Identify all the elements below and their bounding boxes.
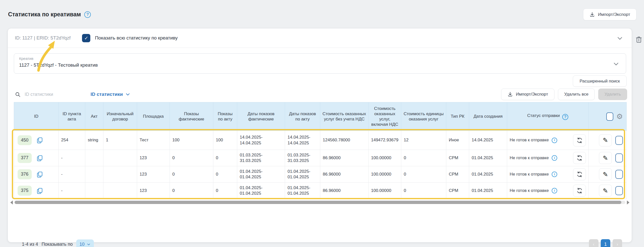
pencil-icon: ✎ bbox=[603, 154, 608, 162]
prev-page-button[interactable]: ‹ bbox=[589, 239, 598, 247]
search-field-dropdown[interactable]: ID статистики bbox=[91, 92, 130, 97]
status-text: Не готов к отправке bbox=[510, 155, 549, 161]
edit-button[interactable]: ✎ bbox=[599, 168, 612, 180]
col-dates-by-act: Даты показов по акту bbox=[285, 102, 320, 131]
row-checkbox[interactable] bbox=[615, 153, 623, 162]
horizontal-scrollbar-thumb[interactable] bbox=[15, 201, 621, 204]
show-all-label: Показать всю статистику по креативу bbox=[95, 35, 178, 41]
per-page-label: Показывать по bbox=[42, 242, 73, 247]
download-icon bbox=[589, 12, 595, 17]
chevron-down-icon bbox=[87, 242, 91, 246]
copy-icon[interactable] bbox=[36, 154, 43, 161]
row-id-badge: 450 bbox=[18, 135, 32, 145]
help-icon[interactable]: ? bbox=[84, 11, 91, 18]
cell-shows-by-act: 100 bbox=[213, 131, 237, 150]
resend-button[interactable] bbox=[573, 152, 586, 164]
cell-actions: ✎ bbox=[589, 166, 627, 183]
info-icon[interactable]: i bbox=[552, 138, 557, 143]
edit-button[interactable]: ✎ bbox=[599, 152, 612, 164]
card-header-row: ID: 1127 | ERID: 5T2dYqzf ✓ Показать всю… bbox=[8, 28, 632, 48]
delete-all-label: Удалить все bbox=[564, 92, 588, 97]
delete-label: Удалить bbox=[605, 92, 621, 97]
status-text: Не готов к отправке bbox=[510, 137, 549, 143]
cell-id: 376 bbox=[14, 166, 59, 183]
row-id-badge: 375 bbox=[18, 186, 32, 195]
edit-button[interactable]: ✎ bbox=[599, 185, 612, 197]
edit-button[interactable]: ✎ bbox=[599, 134, 612, 146]
select-all-checkbox[interactable] bbox=[606, 112, 613, 121]
pencil-icon: ✎ bbox=[603, 187, 608, 194]
col-cost-unit: Стоимость единицы оказания услуг bbox=[401, 102, 446, 131]
resend-button[interactable] bbox=[573, 185, 586, 197]
pager-buttons: ‹ 1 › bbox=[589, 239, 622, 247]
resend-button[interactable] bbox=[573, 168, 586, 180]
cell-dates-by-act: 14.04.2025-14.04.2025 bbox=[285, 131, 320, 150]
table-controls-row: ID статистики Импорт/Экспорт Удалить все… bbox=[15, 88, 627, 100]
cell-campaign-type: CPM bbox=[446, 183, 469, 199]
creative-select[interactable]: Креатив 1127 - 5T2dYqzf - Тестовый креат… bbox=[14, 53, 626, 74]
col-act: Акт bbox=[85, 102, 103, 131]
import-export-button-table[interactable]: Импорт/Экспорт bbox=[501, 89, 554, 100]
trash-icon[interactable] bbox=[634, 35, 643, 44]
cell-created: 01.04.2025 bbox=[469, 166, 507, 183]
delete-button[interactable]: Удалить bbox=[598, 89, 627, 100]
cell-platform: 123 bbox=[137, 166, 170, 183]
import-export-button-top[interactable]: Импорт/Экспорт bbox=[583, 9, 636, 20]
info-icon[interactable]: i bbox=[552, 172, 557, 177]
cell-campaign-type: Иное bbox=[446, 131, 469, 150]
show-all-checkbox[interactable]: ✓ bbox=[82, 34, 90, 42]
cell-dates-fact: 01.04.2025-01.04.2025 bbox=[237, 183, 285, 199]
cell-initial-contract: 1 bbox=[103, 131, 137, 150]
cell-cost-ex-vat: 86.96000 bbox=[320, 150, 369, 166]
cell-act-item-id: - bbox=[59, 150, 85, 166]
import-export-label: Импорт/Экспорт bbox=[516, 92, 548, 97]
status-help-icon[interactable]: ? bbox=[562, 114, 568, 120]
row-checkbox[interactable] bbox=[615, 170, 623, 179]
cell-created: 14.04.2025 bbox=[469, 131, 507, 150]
horizontal-scrollbar-track[interactable] bbox=[15, 201, 625, 204]
info-icon[interactable]: i bbox=[552, 188, 557, 193]
col-id: ID bbox=[14, 102, 59, 131]
row-checkbox[interactable] bbox=[615, 186, 623, 195]
cell-cost-unit: 0 bbox=[401, 150, 446, 166]
cell-cost-inc-vat: 100.00000 bbox=[369, 166, 401, 183]
send-status-label: Статус отправки bbox=[527, 113, 560, 118]
cell-dates-fact: 01.03.2025-31.03.2025 bbox=[237, 150, 285, 166]
table-row: 450 254 string 1 Тест 100 100 14.04.2025… bbox=[14, 131, 627, 150]
collapse-chevron-icon[interactable] bbox=[617, 35, 623, 42]
col-initial-contract: Изначальный договор bbox=[103, 102, 137, 131]
advanced-search-button[interactable]: Расширенный поиск bbox=[573, 75, 627, 87]
cell-dates-by-act: 01.04.2025-01.04.2025 bbox=[285, 166, 320, 183]
row-checkbox[interactable] bbox=[615, 136, 623, 145]
next-page-button[interactable]: › bbox=[613, 239, 622, 247]
copy-icon[interactable] bbox=[36, 187, 43, 194]
cell-dates-by-act: 01.04.2025-01.04.2025 bbox=[285, 183, 320, 199]
cell-act: string bbox=[85, 131, 103, 150]
copy-icon[interactable] bbox=[36, 171, 43, 178]
per-page-select[interactable]: 10 bbox=[76, 239, 94, 247]
advanced-search-label: Расширенный поиск bbox=[580, 79, 620, 84]
statistics-search-input[interactable] bbox=[25, 92, 77, 97]
gear-icon[interactable]: ⚙ bbox=[616, 113, 623, 120]
per-page-value: 10 bbox=[79, 242, 85, 247]
statistics-card: ID: 1127 | ERID: 5T2dYqzf ✓ Показать всю… bbox=[8, 28, 632, 242]
scroll-right-arrow[interactable] bbox=[627, 200, 629, 204]
cell-cost-ex-vat: 86.96000 bbox=[320, 183, 369, 199]
cell-act bbox=[85, 150, 103, 166]
cell-send-status: Не готов к отправке i bbox=[507, 166, 589, 183]
cell-cost-inc-vat: 149472.93679 bbox=[369, 131, 401, 150]
creative-select-label: Креатив bbox=[19, 56, 621, 61]
cell-shows-fact: 100 bbox=[170, 131, 213, 150]
cell-actions: ✎ bbox=[589, 131, 627, 150]
table-header-row: ID ID пункта акта Акт Изначальный догово… bbox=[14, 102, 627, 131]
copy-icon[interactable] bbox=[36, 137, 43, 144]
resend-button[interactable] bbox=[573, 134, 586, 146]
scroll-left-arrow[interactable] bbox=[10, 200, 13, 204]
status-text: Не готов к отправке bbox=[510, 172, 549, 177]
page-1-button[interactable]: 1 bbox=[601, 239, 610, 247]
info-icon[interactable]: i bbox=[552, 155, 557, 161]
delete-all-button[interactable]: Удалить все bbox=[558, 89, 595, 100]
cell-platform: 123 bbox=[137, 183, 170, 199]
cell-shows-fact: 0 bbox=[170, 166, 213, 183]
cell-id: 375 bbox=[14, 183, 59, 199]
